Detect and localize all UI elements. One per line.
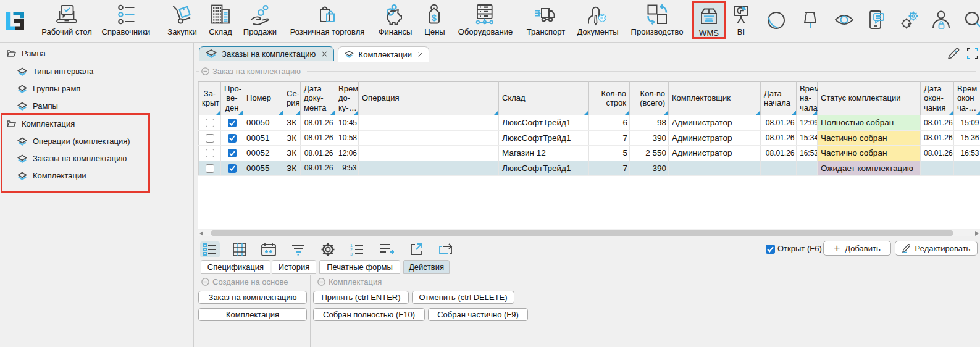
svg-text:2: 2 bbox=[350, 248, 353, 252]
svg-text:1: 1 bbox=[350, 243, 353, 248]
svg-text:3: 3 bbox=[350, 252, 353, 256]
svg-text:$: $ bbox=[432, 13, 437, 23]
